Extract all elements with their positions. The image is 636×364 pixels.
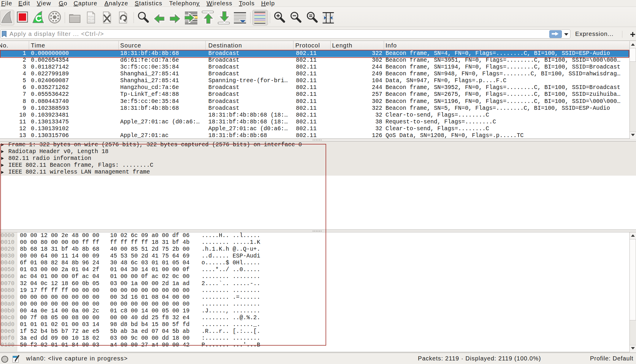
svg-text:0111: 0111: [88, 20, 94, 23]
